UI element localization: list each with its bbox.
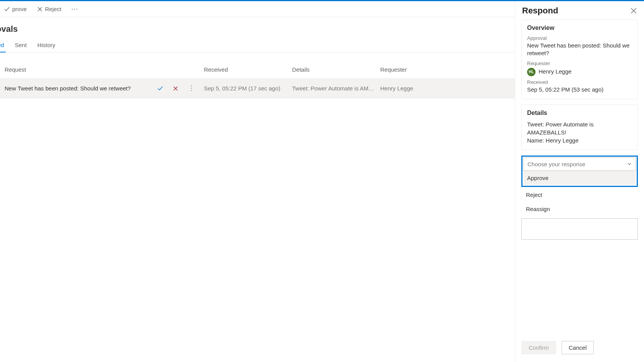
col-header-requester[interactable]: Requester — [380, 66, 515, 73]
received-label: Received — [527, 79, 632, 85]
tab-received[interactable]: ed — [0, 39, 6, 52]
toolbar: prove Reject ··· — [0, 1, 515, 17]
respond-panel: Respond Overview Approval New Tweet has … — [515, 1, 644, 362]
table-header-row: Request Received Details Requester — [0, 52, 515, 78]
received-value: Sep 5, 05:22 PM (53 sec ago) — [527, 86, 632, 93]
dropdown-placeholder: Choose your response — [527, 161, 585, 167]
panel-header: Respond — [515, 1, 644, 20]
cell-request: New Tweet has been posted: Should we ret… — [5, 84, 204, 92]
request-text: New Tweet has been posted: Should we ret… — [5, 85, 131, 92]
requester-row: HL Henry Legge — [527, 68, 632, 76]
cancel-button[interactable]: Cancel — [562, 341, 594, 354]
chevron-down-icon — [627, 162, 632, 166]
details-line2: Name: Henry Legge — [527, 136, 632, 144]
panel-body: Overview Approval New Tweet has been pos… — [515, 20, 644, 336]
avatar: HL — [527, 68, 536, 76]
left-pane: prove Reject ··· ovals ed Sent History R… — [0, 1, 515, 362]
option-reject[interactable]: Reject — [521, 188, 638, 202]
check-icon — [4, 6, 10, 12]
dropdown-list: Approve — [523, 171, 636, 185]
response-highlight: Choose your response Approve — [521, 156, 638, 187]
more-button[interactable]: ··· — [67, 3, 82, 15]
table-row[interactable]: New Tweet has been posted: Should we ret… — [0, 78, 515, 98]
panel-footer: Confirm Cancel — [515, 336, 644, 362]
approval-value: New Tweet has been posted: Should we ret… — [527, 42, 632, 57]
cell-received: Sep 5, 05:22 PM (17 sec ago) — [204, 85, 292, 92]
option-approve[interactable]: Approve — [523, 171, 636, 185]
cell-requester: Henry Legge — [380, 85, 515, 92]
row-actions: ··· — [157, 84, 195, 92]
main-container: prove Reject ··· ovals ed Sent History R… — [0, 1, 644, 362]
close-icon[interactable] — [172, 85, 179, 92]
col-header-request[interactable]: Request — [5, 66, 204, 73]
overview-heading: Overview — [527, 25, 632, 31]
tab-history[interactable]: History — [36, 39, 57, 52]
close-icon[interactable] — [630, 7, 637, 14]
details-card: Details Tweet: Power Automate is AMAZEBA… — [521, 105, 638, 150]
confirm-button: Confirm — [521, 341, 556, 354]
details-heading: Details — [527, 110, 632, 116]
tab-sent[interactable]: Sent — [13, 39, 28, 52]
dropdown-list-lower: Reject Reassign — [521, 188, 638, 216]
reject-button[interactable]: Reject — [33, 4, 66, 14]
requester-label: Requester — [527, 61, 632, 66]
requester-name: Henry Legge — [539, 68, 572, 75]
approval-label: Approval — [527, 35, 632, 41]
tabs: ed Sent History — [0, 37, 515, 52]
panel-title: Respond — [522, 6, 558, 16]
page-title: ovals — [0, 17, 515, 37]
approve-button[interactable]: prove — [0, 4, 31, 14]
response-dropdown[interactable]: Choose your response — [523, 157, 636, 171]
details-line1: Tweet: Power Automate is AMAZEBALLS! — [527, 120, 632, 136]
col-header-received[interactable]: Received — [204, 66, 292, 73]
col-header-details[interactable]: Details — [292, 66, 380, 73]
approve-label: prove — [12, 6, 27, 12]
overview-card: Overview Approval New Tweet has been pos… — [521, 20, 638, 99]
reject-label: Reject — [45, 6, 62, 12]
cell-details: Tweet: Power Automate is AMAZEBA... — [292, 85, 380, 92]
option-reassign[interactable]: Reassign — [521, 202, 638, 216]
close-icon — [37, 6, 43, 12]
more-icon[interactable]: ··· — [187, 85, 195, 92]
check-icon[interactable] — [157, 85, 163, 92]
comment-textarea[interactable] — [521, 218, 638, 240]
